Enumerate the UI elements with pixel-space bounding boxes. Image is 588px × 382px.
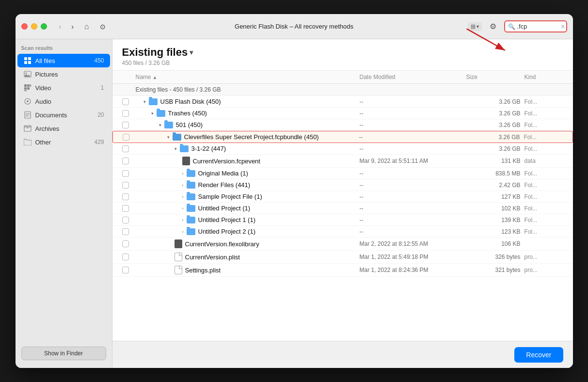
- row-kind: pro...: [524, 267, 563, 273]
- restore-button[interactable]: ⊙: [97, 21, 108, 32]
- group-header-row: Existing files - 450 files / 3.26 GB: [112, 84, 573, 96]
- expand-icon[interactable]: ›: [182, 171, 184, 176]
- row-size: 127 KB: [466, 193, 524, 200]
- row-date: --: [360, 217, 466, 223]
- svg-rect-9: [27, 84, 30, 87]
- row-size: 3.26 GB: [466, 110, 524, 117]
- table-row[interactable]: › Render Files (441) -- 2.42 GB Fol...: [112, 179, 573, 191]
- expand-icon[interactable]: ▾: [143, 99, 146, 104]
- sidebar-item-video[interactable]: Video 1: [17, 81, 110, 95]
- row-date: --: [360, 193, 466, 200]
- table-row[interactable]: › Untitled Project (1) -- 102 KB Fol...: [112, 203, 573, 214]
- row-size: 102 KB: [466, 205, 524, 212]
- table-row[interactable]: ▾ 3-1-22 (447) -- 3.26 GB Fol...: [112, 143, 573, 155]
- row-checkbox[interactable]: [122, 158, 129, 164]
- maximize-button[interactable]: [41, 23, 47, 30]
- row-checkbox[interactable]: [122, 122, 129, 128]
- table-row[interactable]: CurrentVersion.fcpevent Mar 9, 2022 at 5…: [112, 155, 573, 168]
- pictures-icon: [23, 70, 32, 79]
- row-kind: Fol...: [524, 110, 563, 117]
- row-checkbox[interactable]: [122, 98, 129, 105]
- expand-icon[interactable]: ›: [182, 229, 184, 234]
- row-checkbox[interactable]: [122, 193, 129, 200]
- row-checkbox[interactable]: [122, 170, 129, 177]
- documents-icon: [23, 111, 32, 119]
- expand-icon[interactable]: ▾: [151, 111, 154, 116]
- file-table-container[interactable]: Name ▲ Date Modified Size Kind Existing …: [112, 71, 573, 341]
- row-date: --: [360, 110, 466, 117]
- other-count: 429: [94, 139, 104, 145]
- row-name: › Untitled Project 2 (1): [136, 228, 360, 235]
- th-name[interactable]: Name ▲: [136, 74, 360, 80]
- row-checkbox[interactable]: [122, 254, 129, 260]
- row-checkbox[interactable]: [122, 267, 129, 273]
- table-row[interactable]: › Untitled Project 1 (1) -- 139 KB Fol..…: [112, 214, 573, 226]
- view-toggle[interactable]: ⊞ ▾: [468, 22, 482, 31]
- table-row-highlighted[interactable]: ▾ Cleverfiles Super Secret Project.fcpbu…: [112, 131, 573, 143]
- title-chevron-icon[interactable]: ▾: [190, 48, 193, 56]
- row-size: 123 KB: [466, 228, 524, 235]
- svg-rect-2: [24, 57, 27, 60]
- table-row[interactable]: CurrentVersion.plist Mar 1, 2022 at 5:49…: [112, 251, 573, 264]
- close-button[interactable]: [21, 23, 28, 30]
- row-checkbox[interactable]: [122, 240, 129, 247]
- expand-icon[interactable]: ›: [182, 218, 184, 223]
- table-row[interactable]: › Sample Project File (1) -- 127 KB Fol.…: [112, 191, 573, 203]
- group-header-label: Existing files - 450 files / 3.26 GB: [136, 86, 360, 93]
- table-row[interactable]: ▾ Trashes (450) -- 3.26 GB Fol...: [112, 108, 573, 119]
- sort-arrow-icon: ▲: [153, 75, 158, 80]
- sidebar-item-pictures[interactable]: Pictures: [17, 67, 110, 81]
- minimize-button[interactable]: [31, 23, 37, 30]
- sidebar-item-audio[interactable]: Audio: [17, 95, 110, 108]
- expand-icon[interactable]: ›: [182, 206, 184, 211]
- row-checkbox[interactable]: [123, 134, 129, 141]
- table-row[interactable]: › Untitled Project 2 (1) -- 123 KB Fol..…: [112, 226, 573, 238]
- sidebar-item-documents[interactable]: Documents 20: [17, 108, 110, 122]
- filter-button[interactable]: ⚙: [486, 20, 500, 33]
- row-name: ▾ Cleverfiles Super Secret Project.fcpbu…: [136, 133, 359, 141]
- table-row[interactable]: Settings.plist Mar 1, 2022 at 8:24:36 PM…: [112, 264, 573, 277]
- row-checkbox[interactable]: [122, 145, 129, 152]
- row-checkbox[interactable]: [122, 110, 129, 117]
- svg-rect-12: [27, 87, 30, 90]
- back-button[interactable]: ‹: [55, 21, 65, 32]
- th-checkbox: [122, 74, 136, 80]
- row-name: › Untitled Project 1 (1): [136, 216, 360, 223]
- row-kind: Fol...: [524, 145, 563, 152]
- row-date: --: [360, 182, 466, 189]
- expand-icon[interactable]: ›: [182, 194, 184, 199]
- table-row[interactable]: › Original Media (1) -- 838.5 MB Fol...: [112, 168, 573, 179]
- sidebar-item-archives[interactable]: Archives: [17, 122, 110, 135]
- sidebar-item-other[interactable]: Other 429: [17, 135, 110, 149]
- table-row[interactable]: ▾ 501 (450) -- 3.26 GB Fol...: [112, 119, 573, 131]
- recover-button[interactable]: Recover: [514, 347, 563, 363]
- row-size: 321 bytes: [466, 267, 524, 273]
- search-clear-icon[interactable]: ✕: [560, 23, 565, 30]
- expand-icon[interactable]: ▾: [159, 123, 161, 127]
- folder-icon: [180, 145, 189, 152]
- expand-icon[interactable]: ▾: [175, 146, 177, 151]
- content-header: Existing files ▾ 450 files / 3.26 GB: [112, 39, 573, 71]
- search-box: 🔍 ✕: [504, 20, 567, 32]
- file-icon: [182, 157, 190, 165]
- table-row[interactable]: CurrentVersion.flexolibrary Mar 2, 2022 …: [112, 238, 573, 251]
- row-checkbox[interactable]: [122, 205, 129, 212]
- row-checkbox[interactable]: [122, 182, 129, 189]
- search-input[interactable]: [517, 23, 558, 30]
- audio-icon: [23, 97, 32, 106]
- home-button[interactable]: ⌂: [80, 20, 94, 33]
- table-row[interactable]: ▾ USB Flash Disk (450) -- 3.26 GB Fol...: [112, 96, 573, 108]
- folder-icon: [187, 205, 195, 212]
- row-checkbox[interactable]: [122, 217, 129, 223]
- sidebar-item-all-files[interactable]: All files 450: [17, 54, 110, 67]
- row-kind: Fol...: [524, 193, 563, 200]
- svg-rect-11: [24, 87, 27, 90]
- forward-button[interactable]: ›: [67, 21, 78, 32]
- row-checkbox[interactable]: [122, 228, 129, 235]
- row-size: 326 bytes: [466, 254, 524, 260]
- show-in-finder-button[interactable]: Show in Finder: [21, 347, 106, 360]
- expand-icon[interactable]: ▾: [167, 135, 170, 140]
- expand-icon[interactable]: ›: [182, 183, 184, 188]
- row-kind: Fol...: [524, 170, 563, 177]
- other-label: Other: [35, 139, 91, 146]
